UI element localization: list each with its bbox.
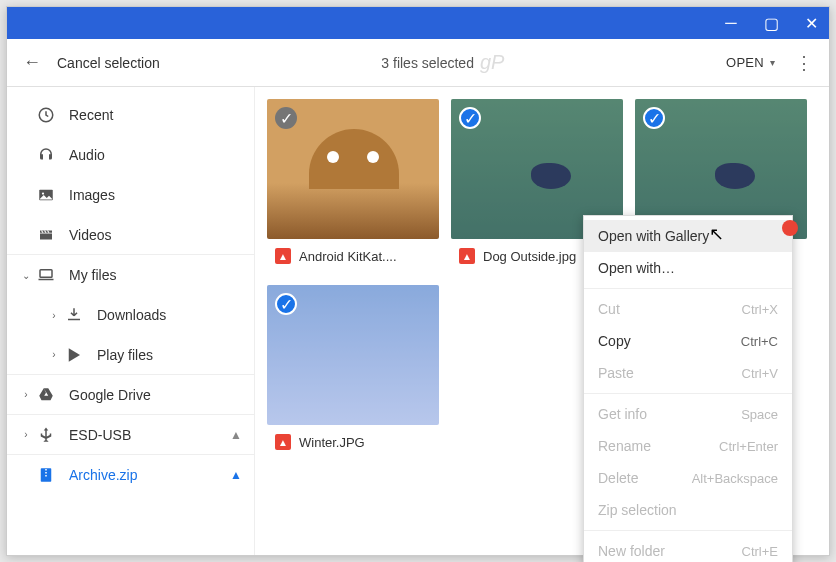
file-tile[interactable]: ✓ ▲ Android KitKat.... [267,99,439,273]
toolbar: ← Cancel selection 3 files selected gP O… [7,39,829,87]
eject-icon[interactable]: ▲ [230,428,242,442]
more-menu-icon[interactable]: ⋮ [795,52,813,74]
svg-rect-3 [40,270,52,278]
sidebar-item-recent[interactable]: Recent [7,95,254,135]
chevron-right-icon[interactable]: › [19,429,33,440]
back-icon[interactable]: ← [23,52,41,73]
watermark: gP [480,51,504,74]
sidebar-item-videos[interactable]: Videos [7,215,254,255]
svg-rect-5 [45,469,47,471]
menu-separator [584,530,792,531]
menu-item-label: Delete [598,470,638,486]
menu-item-label: Cut [598,301,620,317]
sidebar-item-play-files[interactable]: › Play files [7,335,254,375]
sidebar-item-label: Play files [97,347,153,363]
app-badge-icon [782,220,798,236]
menu-cut: Cut Ctrl+X [584,293,792,325]
usb-icon [37,426,55,444]
file-label: ▲ Winter.JPG [267,425,439,459]
sidebar-item-archive[interactable]: Archive.zip ▲ [7,455,254,495]
sidebar-item-label: Recent [69,107,113,123]
menu-item-label: Get info [598,406,647,422]
clock-icon [37,106,55,124]
chevron-down-icon[interactable]: ⌄ [19,270,33,281]
titlebar: ─ ▢ ✕ [7,7,829,39]
image-file-icon: ▲ [459,248,475,264]
chevron-right-icon[interactable]: › [19,389,33,400]
menu-shortcut: Alt+Backspace [692,471,778,486]
sidebar-item-images[interactable]: Images [7,175,254,215]
context-menu: Open with Gallery Open with… Cut Ctrl+X … [583,215,793,562]
menu-paste: Paste Ctrl+V [584,357,792,389]
file-thumbnail[interactable]: ✓ [267,285,439,425]
files-app-window: ─ ▢ ✕ ← Cancel selection 3 files selecte… [6,6,830,556]
select-checkbox[interactable]: ✓ [275,107,297,129]
menu-zip-selection: Zip selection [584,494,792,526]
svg-point-2 [42,192,44,194]
sidebar: Recent Audio Images Videos ⌄ My files › … [7,87,255,555]
menu-get-info: Get info Space [584,398,792,430]
menu-item-label: Open with… [598,260,675,276]
sidebar-item-label: Images [69,187,115,203]
menu-new-folder: New folder Ctrl+E [584,535,792,562]
menu-delete: Delete Alt+Backspace [584,462,792,494]
open-dropdown-icon[interactable]: ▾ [770,57,775,68]
download-icon [65,306,83,324]
sidebar-item-label: Audio [69,147,105,163]
selection-count: 3 files selected [381,55,474,71]
image-icon [37,186,55,204]
menu-open-with[interactable]: Open with… [584,252,792,284]
play-icon [65,346,83,364]
menu-copy[interactable]: Copy Ctrl+C [584,325,792,357]
menu-shortcut: Ctrl+E [742,544,778,559]
menu-shortcut: Ctrl+C [741,334,778,349]
file-name: Android KitKat.... [299,249,397,264]
chevron-right-icon[interactable]: › [47,349,61,360]
sidebar-item-label: Google Drive [69,387,151,403]
file-tile[interactable]: ✓ ▲ Winter.JPG [267,285,439,459]
maximize-button[interactable]: ▢ [761,14,781,33]
laptop-icon [37,266,55,284]
menu-separator [584,288,792,289]
select-checkbox[interactable]: ✓ [275,293,297,315]
menu-item-label: Paste [598,365,634,381]
zip-icon [37,466,55,484]
sidebar-item-google-drive[interactable]: › Google Drive [7,375,254,415]
file-name: Winter.JPG [299,435,365,450]
sidebar-item-audio[interactable]: Audio [7,135,254,175]
close-button[interactable]: ✕ [801,14,821,33]
menu-separator [584,393,792,394]
chevron-right-icon[interactable]: › [47,310,61,321]
drive-icon [37,386,55,404]
image-file-icon: ▲ [275,248,291,264]
menu-shortcut: Ctrl+X [742,302,778,317]
sidebar-item-label: Downloads [97,307,166,323]
sidebar-item-my-files[interactable]: ⌄ My files [7,255,254,295]
menu-shortcut: Ctrl+Enter [719,439,778,454]
menu-item-label: Copy [598,333,631,349]
file-label: ▲ Android KitKat.... [267,239,439,273]
sidebar-item-downloads[interactable]: › Downloads [7,295,254,335]
select-checkbox[interactable]: ✓ [459,107,481,129]
svg-rect-7 [45,475,47,477]
menu-item-label: Open with Gallery [598,228,709,244]
open-button[interactable]: OPEN [726,55,764,70]
menu-item-label: Rename [598,438,651,454]
clapper-icon [37,226,55,244]
menu-open-with-gallery[interactable]: Open with Gallery [584,220,792,252]
select-checkbox[interactable]: ✓ [643,107,665,129]
svg-rect-6 [45,472,47,474]
menu-shortcut: Space [741,407,778,422]
sidebar-item-label: Archive.zip [69,467,137,483]
sidebar-item-label: My files [69,267,116,283]
menu-item-label: New folder [598,543,665,559]
menu-item-label: Zip selection [598,502,677,518]
sidebar-item-esd-usb[interactable]: › ESD-USB ▲ [7,415,254,455]
minimize-button[interactable]: ─ [721,14,741,32]
toolbar-title[interactable]: Cancel selection [57,55,160,71]
sidebar-item-label: Videos [69,227,112,243]
image-file-icon: ▲ [275,434,291,450]
menu-rename: Rename Ctrl+Enter [584,430,792,462]
file-thumbnail[interactable]: ✓ [267,99,439,239]
eject-icon[interactable]: ▲ [230,468,242,482]
